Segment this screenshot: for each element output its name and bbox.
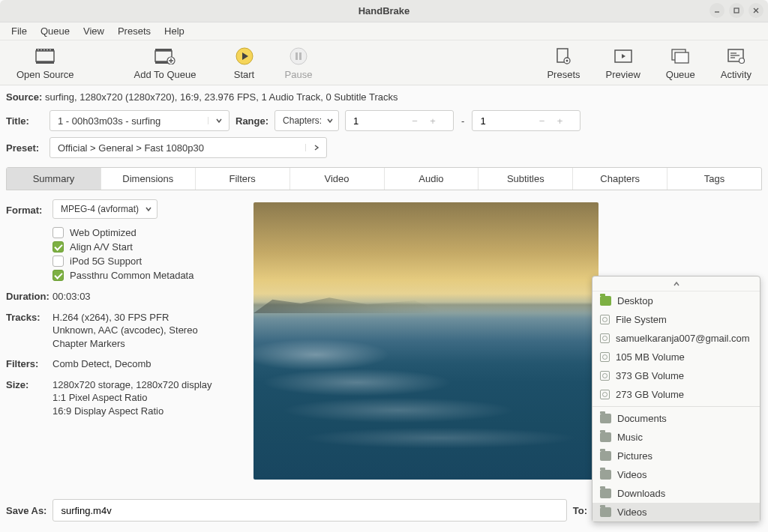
menu-view[interactable]: View (76, 23, 111, 39)
svg-marker-27 (622, 54, 626, 58)
range-type-select[interactable]: Chapters: (274, 110, 339, 131)
svg-rect-4 (36, 51, 54, 61)
title-combo[interactable]: 1 - 00h03m03s - surfing (50, 110, 230, 131)
tab-video[interactable]: Video (290, 168, 385, 190)
range-to-spinner[interactable]: −+ (472, 110, 580, 131)
presets-label: Presets (547, 69, 580, 80)
minimize-button[interactable] (710, 3, 724, 18)
popup-item[interactable]: samuelkaranja007@gmail.com (592, 329, 760, 348)
pause-label: Pause (285, 69, 313, 80)
plus-button[interactable]: + (424, 111, 442, 130)
disk-icon (600, 315, 610, 324)
duration-label: Duration: (6, 290, 52, 303)
filters-info-value: Comb Detect, Decomb (52, 357, 238, 371)
range-dash: - (460, 115, 466, 127)
preview-icon (613, 46, 634, 67)
destination-popup: DesktopFile Systemsamuelkaranja007@gmail… (592, 276, 760, 522)
preset-label: Preset: (6, 142, 44, 154)
activity-button[interactable]: Activity (713, 44, 759, 82)
start-button[interactable]: Start (226, 44, 262, 82)
popup-item[interactable]: Desktop (592, 291, 760, 310)
popup-item-label: Desktop (617, 295, 653, 306)
tracks-label: Tracks: (6, 311, 52, 351)
add-to-queue-button[interactable]: Add To Queue (127, 44, 204, 82)
disk-icon (600, 390, 610, 399)
web-optimized-row: Web Optimized (6, 226, 238, 240)
popup-item-label: 105 MB Volume (616, 351, 685, 363)
menu-file[interactable]: File (4, 23, 34, 39)
popup-item[interactable]: Pictures (592, 447, 760, 465)
popup-item[interactable]: 273 GB Volume (592, 385, 760, 404)
film-plus-icon (154, 46, 176, 67)
popup-item[interactable]: 105 MB Volume (592, 348, 760, 366)
chevron-right-icon (305, 144, 326, 151)
minus-button[interactable]: − (406, 111, 424, 130)
tracks-value: H.264 (x264), 30 FPS PFR Unknown, AAC (a… (52, 311, 238, 351)
range-from-input[interactable] (346, 115, 406, 127)
popup-separator (592, 406, 760, 407)
format-select[interactable]: MPEG-4 (avformat) (52, 199, 158, 219)
svg-point-11 (50, 49, 51, 50)
popup-item[interactable]: Music (592, 428, 760, 447)
range-label: Range: (236, 115, 268, 127)
folder-icon (600, 414, 611, 423)
popup-item[interactable]: Videos (592, 465, 760, 484)
folder-icon (600, 489, 611, 498)
window-title: HandBrake (358, 5, 410, 16)
save-as-input[interactable] (52, 499, 566, 522)
chevron-down-icon (208, 117, 229, 124)
ipod-row: iPod 5G Support (6, 254, 238, 268)
tab-subtitles[interactable]: Subtitles (478, 168, 573, 190)
tab-filters[interactable]: Filters (196, 168, 290, 190)
preset-combo[interactable]: Official > General > Fast 1080p30 (50, 137, 327, 158)
popup-item[interactable]: 373 GB Volume (592, 366, 760, 385)
preview-label: Preview (606, 69, 640, 80)
tab-summary[interactable]: Summary (7, 168, 101, 190)
svg-point-25 (566, 59, 568, 61)
activity-label: Activity (721, 69, 752, 80)
popup-item[interactable]: Downloads (592, 484, 760, 503)
tab-tags[interactable]: Tags (668, 168, 761, 190)
popup-item-label: File System (616, 314, 667, 325)
range-from-spinner[interactable]: −+ (345, 110, 454, 131)
web-optimized-checkbox[interactable] (52, 227, 64, 238)
align-av-checkbox[interactable] (52, 241, 64, 253)
ipod-checkbox[interactable] (52, 256, 64, 267)
source-value: surfing, 1280x720 (1280x720), 16:9, 23.9… (45, 91, 398, 103)
preview-image (254, 202, 598, 480)
queue-button[interactable]: Queue (658, 44, 703, 82)
popup-item[interactable]: File System (592, 310, 760, 329)
tab-audio[interactable]: Audio (385, 168, 479, 190)
tab-chapters[interactable]: Chapters (573, 168, 668, 190)
disk-icon (600, 371, 610, 381)
duration-value: 00:03:03 (52, 290, 238, 303)
presets-button[interactable]: Presets (539, 44, 587, 82)
open-source-button[interactable]: Open Source (9, 44, 82, 82)
pause-button[interactable]: Pause (278, 44, 320, 82)
titlebar: HandBrake (0, 0, 768, 22)
plus-button[interactable]: + (550, 111, 568, 130)
menu-queue[interactable]: Queue (34, 23, 76, 39)
popup-item-label: Documents (617, 413, 667, 424)
preview-button[interactable]: Preview (598, 44, 648, 82)
range-to-input[interactable] (472, 115, 532, 127)
popup-item-label: Videos (617, 469, 647, 480)
popup-item[interactable]: Videos (592, 503, 760, 522)
svg-rect-13 (155, 49, 172, 51)
svg-rect-1 (734, 8, 739, 13)
format-label: Format: (6, 203, 52, 216)
popup-item-label: 273 GB Volume (616, 389, 684, 400)
maximize-button[interactable] (729, 3, 744, 18)
title-value: 1 - 00h03m03s - surfing (50, 115, 208, 127)
popup-item[interactable]: Documents (592, 409, 760, 428)
minus-button[interactable]: − (532, 111, 550, 130)
size-label: Size: (6, 378, 52, 418)
menu-presets[interactable]: Presets (111, 23, 158, 39)
toolbar: Open Source Add To Queue Start Pause Pre… (0, 40, 768, 85)
close-button[interactable] (748, 3, 764, 18)
tab-dimensions[interactable]: Dimensions (101, 168, 196, 190)
film-icon (34, 46, 56, 67)
menu-help[interactable]: Help (158, 23, 191, 39)
popup-collapse-button[interactable] (592, 276, 760, 291)
passthru-checkbox[interactable] (52, 270, 64, 281)
